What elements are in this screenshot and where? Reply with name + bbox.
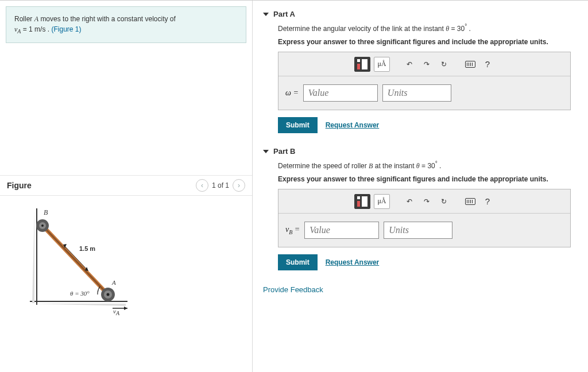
vA-sub: A xyxy=(116,311,119,317)
redo-button[interactable]: ↷ xyxy=(420,194,434,209)
part-a-q-eq: = 30 xyxy=(451,25,465,33)
vb-post: = xyxy=(292,225,300,234)
var-A: A xyxy=(34,15,38,23)
part-b-header[interactable]: Part B xyxy=(263,144,578,159)
part-a-instruction: Express your answer to three significant… xyxy=(278,38,578,46)
redo-button[interactable]: ↷ xyxy=(420,57,434,72)
part-b-submit-button[interactable]: Submit xyxy=(278,254,318,270)
eq-rhs: = 1 m/s . xyxy=(21,25,49,33)
svg-marker-11 xyxy=(124,307,127,310)
special-chars-button[interactable]: μÅ xyxy=(374,194,390,209)
part-a-units-input[interactable] xyxy=(382,84,451,102)
part-b-q-mid: at the instant xyxy=(375,162,416,170)
svg-point-6 xyxy=(41,224,44,227)
part-b-instruction: Express your answer to three significant… xyxy=(278,175,578,183)
figure-next-button[interactable]: › xyxy=(233,179,245,192)
template-icon[interactable] xyxy=(354,194,370,209)
reset-button[interactable]: ↻ xyxy=(437,194,451,209)
part-a-q-var: θ xyxy=(446,25,449,33)
collapse-icon xyxy=(263,150,269,153)
label-A: A xyxy=(112,279,116,286)
keyboard-button[interactable] xyxy=(463,194,477,209)
part-b-q-pre: Determine the speed of roller xyxy=(278,162,369,170)
part-a-title: Part A xyxy=(273,10,295,18)
figure-title: Figure xyxy=(7,181,32,190)
part-a-q-pre: Determine the angular velocity of the li… xyxy=(278,25,446,33)
svg-line-3 xyxy=(42,226,108,294)
figure-pager: 1 of 1 xyxy=(212,181,229,189)
provide-feedback-link[interactable]: Provide Feedback xyxy=(263,281,578,294)
keyboard-button[interactable] xyxy=(463,57,477,72)
template-icon[interactable] xyxy=(354,57,370,72)
part-b-q-eq: = 30 xyxy=(421,162,435,170)
help-button[interactable]: ? xyxy=(481,57,494,72)
special-chars-button[interactable]: μÅ xyxy=(374,57,390,72)
problem-text: Roller xyxy=(14,15,34,23)
part-a-submit-button[interactable]: Submit xyxy=(278,117,318,133)
figure-prev-button[interactable]: ‹ xyxy=(196,179,208,192)
part-a-answer-box: μÅ ↶ ↷ ↻ ? ω = xyxy=(278,52,571,110)
problem-text: moves to the right with a constant veloc… xyxy=(40,15,175,23)
figure-diagram: B 1.5 m θ = 30° A vA xyxy=(7,203,133,317)
part-b-value-input[interactable] xyxy=(304,222,379,239)
collapse-icon xyxy=(263,13,269,16)
part-b-request-answer[interactable]: Request Answer xyxy=(326,258,380,266)
part-b-q-theta: θ xyxy=(416,162,420,170)
undo-button[interactable]: ↶ xyxy=(403,57,416,72)
problem-statement: Roller A moves to the right with a const… xyxy=(6,6,246,43)
part-b-post: . xyxy=(438,162,442,170)
help-button[interactable]: ? xyxy=(481,194,494,209)
angle-label: θ = 30° xyxy=(70,290,90,297)
figure-link[interactable]: (Figure 1) xyxy=(51,25,81,33)
part-b-var-label: vB = xyxy=(285,225,300,235)
label-B: B xyxy=(44,208,48,217)
reset-button[interactable]: ↻ xyxy=(437,57,451,72)
svg-point-9 xyxy=(107,293,110,296)
part-a-header[interactable]: Part A xyxy=(263,6,578,22)
undo-button[interactable]: ↶ xyxy=(403,194,416,209)
part-a-request-answer[interactable]: Request Answer xyxy=(326,121,380,129)
part-a-var-label: ω = xyxy=(285,88,299,98)
part-b-q-B: B xyxy=(369,162,373,170)
length-label: 1.5 m xyxy=(79,245,95,252)
part-b-answer-box: μÅ ↶ ↷ ↻ ? vB = xyxy=(278,189,571,247)
part-b-title: Part B xyxy=(273,147,295,156)
part-a-value-input[interactable] xyxy=(303,84,378,102)
part-b-units-input[interactable] xyxy=(384,222,452,239)
part-a-post: . xyxy=(467,25,471,33)
